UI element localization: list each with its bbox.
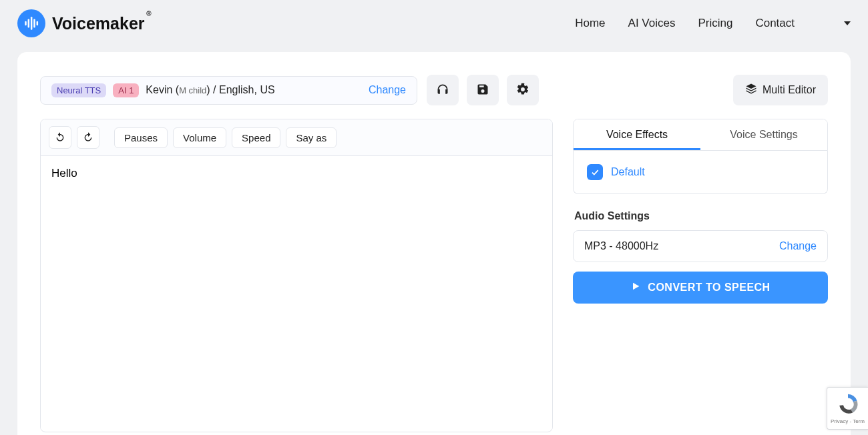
audio-format-value: MP3 - 48000Hz	[584, 240, 658, 252]
save-icon	[476, 83, 489, 98]
headphones-icon	[436, 83, 449, 98]
save-button[interactable]	[467, 75, 499, 105]
pauses-button[interactable]: Pauses	[114, 127, 168, 148]
editor-column: Pauses Volume Speed Say as	[40, 119, 553, 432]
change-audio-link[interactable]: Change	[779, 240, 817, 252]
voice-select-bar[interactable]: Neural TTS AI 1 Kevin (M child) / Englis…	[40, 76, 417, 105]
audio-format-row[interactable]: MP3 - 48000Hz Change	[573, 230, 828, 262]
redo-icon	[83, 131, 93, 144]
nav-pricing[interactable]: Pricing	[698, 17, 732, 30]
nav-home[interactable]: Home	[575, 17, 605, 30]
svg-rect-0	[25, 21, 26, 26]
editor-box: Pauses Volume Speed Say as	[40, 119, 553, 432]
recaptcha-icon	[837, 392, 859, 417]
change-voice-link[interactable]: Change	[369, 84, 406, 96]
gear-icon	[516, 83, 529, 98]
undo-icon	[55, 131, 65, 144]
tab-content: Default	[573, 151, 828, 194]
listen-button[interactable]	[427, 75, 459, 105]
chevron-down-icon[interactable]	[844, 21, 851, 25]
checkbox-checked-icon[interactable]	[587, 164, 603, 180]
svg-rect-2	[31, 17, 32, 30]
header: Voicemaker® Home AI Voices Pricing Conta…	[0, 0, 868, 52]
undo-button[interactable]	[49, 126, 71, 149]
icon-button-group	[427, 75, 539, 105]
main-panel: Neural TTS AI 1 Kevin (M child) / Englis…	[17, 52, 851, 435]
convert-to-speech-button[interactable]: CONVERT TO SPEECH	[573, 272, 828, 304]
default-label: Default	[611, 166, 645, 178]
tab-voice-settings[interactable]: Voice Settings	[700, 119, 827, 150]
side-column: Voice Effects Voice Settings Default Aud…	[573, 119, 828, 432]
editor-toolbar: Pauses Volume Speed Say as	[41, 119, 552, 156]
tab-voice-effects[interactable]: Voice Effects	[574, 119, 700, 150]
layers-icon	[745, 83, 757, 97]
recaptcha-text: Privacy - Term	[831, 418, 865, 424]
svg-rect-1	[28, 19, 29, 28]
nav-contact[interactable]: Contact	[755, 17, 795, 30]
volume-button[interactable]: Volume	[173, 127, 226, 148]
top-row: Neural TTS AI 1 Kevin (M child) / Englis…	[40, 75, 828, 105]
logo-text: Voicemaker®	[52, 14, 145, 33]
text-input[interactable]	[41, 156, 552, 430]
svg-rect-3	[33, 19, 35, 28]
nav: Home AI Voices Pricing Contact	[575, 17, 851, 30]
say-as-button[interactable]: Say as	[286, 127, 337, 148]
logo-icon	[17, 9, 45, 37]
multi-editor-button[interactable]: Multi Editor	[733, 75, 828, 105]
speed-button[interactable]: Speed	[232, 127, 280, 148]
svg-rect-4	[37, 21, 38, 26]
effect-default-option[interactable]: Default	[587, 164, 814, 180]
convert-label: CONVERT TO SPEECH	[648, 282, 770, 294]
recaptcha-badge[interactable]: Privacy - Term	[827, 387, 868, 430]
play-icon	[630, 281, 641, 294]
badge-neural-tts: Neural TTS	[51, 83, 106, 97]
voice-name: Kevin (M child) / English, US	[146, 84, 274, 96]
workspace: Pauses Volume Speed Say as Voice Effects…	[40, 119, 828, 432]
side-tabs: Voice Effects Voice Settings	[573, 119, 828, 151]
logo[interactable]: Voicemaker®	[17, 9, 145, 37]
settings-button[interactable]	[507, 75, 539, 105]
multi-editor-label: Multi Editor	[763, 84, 816, 96]
nav-ai-voices[interactable]: AI Voices	[628, 17, 676, 30]
audio-settings-title: Audio Settings	[574, 210, 828, 222]
redo-button[interactable]	[77, 126, 99, 149]
badge-ai: AI 1	[113, 83, 139, 97]
